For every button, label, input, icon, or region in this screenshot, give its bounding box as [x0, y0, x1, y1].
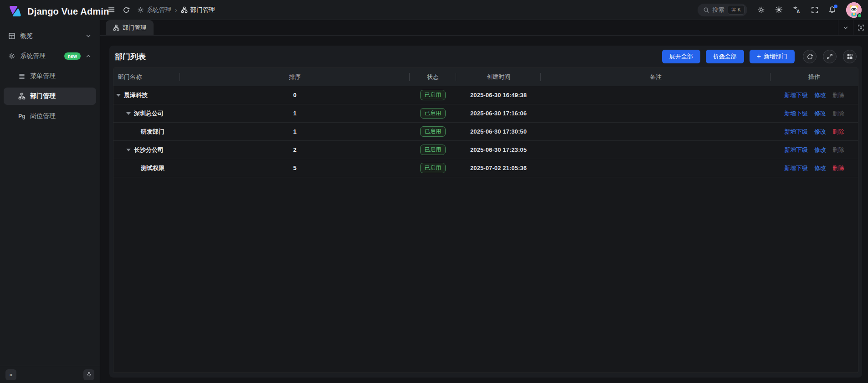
language-button[interactable]: A: [793, 6, 801, 14]
sidebar-footer: «: [0, 366, 100, 383]
column-header-status[interactable]: 状态: [410, 68, 456, 86]
content-maximize-button[interactable]: [853, 20, 868, 35]
table-row: 研发部门1已启用2025-06-30 17:30:50新增下级修改删除: [113, 123, 858, 141]
column-header-actions[interactable]: 操作: [770, 68, 858, 86]
delete-link: 删除: [832, 146, 844, 154]
column-header-created[interactable]: 创建时间: [456, 68, 541, 86]
sidebar-item-post-management[interactable]: Pg 岗位管理: [4, 108, 96, 125]
remark-cell: [541, 104, 770, 122]
add-child-link[interactable]: 新增下级: [784, 164, 808, 172]
global-search[interactable]: 搜索 ⌘ K: [698, 4, 747, 16]
chevron-down-icon: [842, 25, 849, 31]
column-settings-button[interactable]: [843, 50, 857, 63]
edit-link[interactable]: 修改: [814, 128, 826, 136]
created-time: 2025-06-30 17:30:50: [470, 128, 527, 135]
logo[interactable]: Django Vue Admin: [0, 0, 100, 23]
tree-expand-arrow-icon[interactable]: [126, 112, 131, 115]
created-time-cell: 2025-06-30 17:16:06: [456, 104, 541, 122]
sort-cell: 2: [180, 141, 410, 159]
svg-text:A: A: [796, 9, 800, 14]
department-name: 深圳总公司: [134, 109, 164, 118]
search-shortcut-badge: ⌘ K: [728, 5, 745, 14]
dashboard-icon: [8, 32, 15, 40]
sidebar-item-system[interactable]: 系统管理 new: [4, 47, 96, 65]
add-child-link[interactable]: 新增下级: [784, 128, 808, 136]
edit-link[interactable]: 修改: [814, 146, 826, 154]
app-window: Django Vue Admin 概览 系统管理 new: [0, 0, 868, 383]
edit-link[interactable]: 修改: [814, 91, 826, 99]
sidebar-item-department-management[interactable]: 部门管理: [4, 88, 96, 105]
sidebar-submenu-system: 菜单管理 部门管理 Pg 岗位管理: [4, 67, 96, 125]
sort-value: 0: [293, 92, 296, 98]
status-cell: 已启用: [410, 104, 456, 122]
add-child-link[interactable]: 新增下级: [784, 109, 808, 118]
sidebar-item-overview[interactable]: 概览: [4, 27, 96, 45]
sidebar-collapse-button[interactable]: «: [5, 369, 16, 380]
add-department-button[interactable]: + 新增部门: [750, 50, 795, 63]
status-cell: 已启用: [410, 159, 456, 177]
fullscreen-button[interactable]: [811, 6, 818, 14]
tab-department-management[interactable]: 部门管理: [106, 20, 154, 35]
column-header-remark[interactable]: 备注: [541, 68, 770, 86]
actions-cell: 新增下级修改删除: [770, 159, 858, 177]
table-fullscreen-button[interactable]: [823, 50, 837, 63]
expand-all-button[interactable]: 展开全部: [662, 50, 700, 63]
gear-icon: [137, 6, 144, 13]
gear-icon: [757, 6, 765, 14]
sort-cell: 5: [180, 159, 410, 177]
status-badge: 已启用: [420, 163, 446, 173]
created-time: 2025-06-30 16:49:38: [470, 92, 527, 98]
sidebar-item-label: 部门管理: [30, 92, 56, 100]
sidebar-item-menu-management[interactable]: 菜单管理: [4, 67, 96, 85]
delete-link[interactable]: 删除: [832, 164, 844, 172]
pin-icon: [86, 372, 92, 378]
pg-text-icon: Pg: [18, 113, 26, 119]
table-refresh-button[interactable]: [803, 50, 817, 63]
status-badge: 已启用: [420, 145, 446, 155]
notification-dot: [834, 5, 837, 8]
sidebar-item-label: 系统管理: [20, 52, 46, 60]
refresh-page-button[interactable]: [123, 6, 130, 14]
collapse-all-button[interactable]: 折叠全部: [706, 50, 744, 63]
user-avatar[interactable]: [846, 2, 862, 18]
created-time-cell: 2025-06-30 16:49:38: [456, 86, 541, 104]
department-name: 研发部门: [141, 128, 164, 136]
chevron-down-icon: [85, 33, 92, 39]
sort-value: 2: [293, 146, 296, 153]
sun-icon: [775, 6, 783, 14]
settings-button[interactable]: [757, 6, 765, 14]
department-name-cell: 晨泽科技: [113, 86, 180, 104]
column-header-name[interactable]: 部门名称: [113, 68, 180, 86]
tab-list-dropdown-button[interactable]: [838, 20, 853, 35]
theme-toggle-button[interactable]: [775, 6, 783, 14]
actions-cell: 新增下级修改删除: [770, 104, 858, 122]
breadcrumb-item-system[interactable]: 系统管理: [137, 6, 171, 14]
pin-button[interactable]: [83, 369, 94, 380]
fullscreen-icon: [811, 6, 818, 14]
menu-list-icon: [18, 72, 26, 80]
breadcrumb-item-department[interactable]: 部门管理: [181, 6, 215, 14]
table-toolbar: 展开全部 折叠全部 + 新增部门: [662, 50, 857, 63]
breadcrumb: 系统管理 › 部门管理: [137, 6, 215, 14]
notifications-button[interactable]: [828, 6, 836, 14]
breadcrumb-label: 系统管理: [147, 6, 171, 14]
org-chart-icon: [18, 93, 26, 100]
delete-link[interactable]: 删除: [832, 128, 844, 136]
created-time: 2025-06-30 17:16:06: [470, 110, 527, 117]
tree-expand-arrow-icon[interactable]: [126, 149, 131, 151]
edit-link[interactable]: 修改: [814, 164, 826, 172]
edit-link[interactable]: 修改: [814, 109, 826, 118]
remark-cell: [541, 86, 770, 104]
column-header-sort[interactable]: 排序: [180, 68, 410, 86]
remark-cell: [541, 159, 770, 177]
status-cell: 已启用: [410, 141, 456, 159]
department-table: 部门名称 排序 状态 创建时间 备注 操作 晨泽科技0已启用2025-06-30…: [113, 67, 858, 373]
sort-cell: 0: [180, 86, 410, 104]
sort-cell: 1: [180, 123, 410, 140]
add-child-link[interactable]: 新增下级: [784, 91, 808, 99]
table-header-row: 部门名称 排序 状态 创建时间 备注 操作: [113, 68, 858, 86]
add-child-link[interactable]: 新增下级: [784, 146, 808, 154]
tree-expand-arrow-icon[interactable]: [116, 94, 121, 97]
delete-link: 删除: [832, 91, 844, 99]
page-title: 部门列表: [115, 52, 146, 62]
